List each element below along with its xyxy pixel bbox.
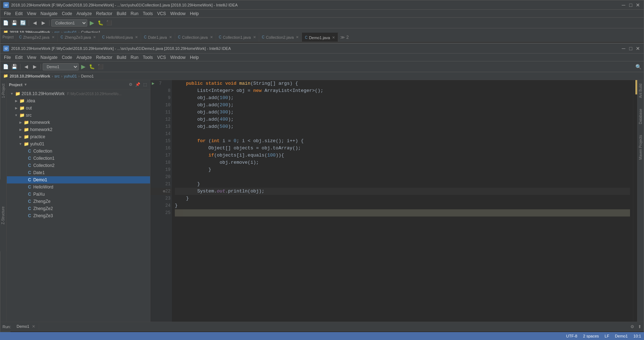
menu-code-2[interactable]: Code	[60, 54, 74, 61]
menu-refactor-1[interactable]: Refactor	[94, 10, 115, 17]
tree-idea[interactable]: ▶ 📁 .idea	[7, 97, 150, 104]
menu-navigate-1[interactable]: Navigate	[38, 10, 60, 17]
debug-btn-1[interactable]: 🐛	[97, 19, 104, 27]
close-date1[interactable]: ✕	[169, 35, 172, 39]
close-coll1[interactable]: ✕	[253, 35, 256, 39]
menu-build-2[interactable]: Build	[115, 54, 129, 61]
close-run-tab[interactable]: ✕	[32, 324, 35, 329]
toolbar-new-2[interactable]: 📄	[2, 63, 10, 71]
tabs-overflow[interactable]: ≫ 2	[338, 33, 351, 42]
menu-run-1[interactable]: Run	[129, 10, 141, 17]
minimize-btn-2[interactable]: ─	[621, 46, 626, 51]
close-zz2[interactable]: ✕	[52, 35, 55, 39]
status-lf[interactable]: LF	[605, 334, 609, 338]
menu-tools-2[interactable]: Tools	[141, 54, 155, 61]
minimize-btn-1[interactable]: ─	[621, 2, 626, 8]
tree-helloword[interactable]: ▶ C HelloWord	[7, 183, 150, 191]
tree-practice[interactable]: ▶ 📁 practice	[7, 133, 150, 140]
toolbar-fwd-1[interactable]: ▶	[39, 19, 47, 27]
run-tab-demo1[interactable]: Demo1 ✕	[13, 323, 39, 330]
menu-vcs-1[interactable]: VCS	[155, 10, 168, 17]
run-config-combo-2[interactable]: Demo1	[43, 63, 79, 70]
stop-btn-2[interactable]: ⬛	[97, 63, 104, 71]
bc-src-2[interactable]: src	[55, 74, 60, 78]
database-label[interactable]: Database	[639, 109, 643, 124]
tree-demo1[interactable]: ▶ C Demo1	[7, 176, 150, 183]
tree-homework[interactable]: ▶ 📁 homework	[7, 119, 150, 126]
run-close-btn[interactable]: ⬆	[638, 324, 641, 329]
menu-vcs-2[interactable]: VCS	[155, 54, 168, 61]
tree-zhengze[interactable]: ▶ C ZhengZe	[7, 198, 150, 205]
close-demo1[interactable]: ✕	[332, 36, 335, 39]
menu-code-1[interactable]: Code	[60, 10, 74, 17]
panel-dropdown[interactable]: ▼	[24, 83, 27, 87]
status-position[interactable]: 10:1	[634, 334, 641, 338]
toolbar-new-1[interactable]: 📄	[2, 19, 10, 27]
tree-root[interactable]: ▼ 📁 2018.10.29HomeWork F:\MyCode\2018.10…	[7, 90, 150, 97]
status-indent[interactable]: 2 spaces	[583, 334, 599, 338]
run-config-combo-1[interactable]: Collection1	[51, 19, 87, 27]
tree-collection2[interactable]: ▶ C Collection2	[7, 162, 150, 169]
bc-package-2[interactable]: yuhu01	[64, 74, 77, 78]
toolbar-save-2[interactable]: 💾	[10, 63, 18, 71]
menu-edit-1[interactable]: Edit	[13, 10, 25, 17]
maximize-btn-1[interactable]: □	[628, 2, 634, 8]
tab-coll1[interactable]: C Collection1.java ✕	[216, 33, 259, 42]
tab-coll[interactable]: C Collection.java ✕	[175, 33, 216, 42]
tab-date1[interactable]: C Date1.java ✕	[141, 33, 175, 42]
tree-collection1[interactable]: ▶ C Collection1	[7, 155, 150, 162]
tree-paixu[interactable]: ▶ C PaiXu	[7, 191, 150, 198]
menu-refactor-2[interactable]: Refactor	[94, 54, 115, 61]
status-class[interactable]: Demo1	[615, 334, 627, 338]
panel-settings[interactable]: ⚙	[128, 82, 134, 87]
project-strip-label[interactable]: 1-Project	[1, 84, 5, 98]
close-coll2[interactable]: ✕	[296, 35, 299, 39]
tree-date1[interactable]: ▶ C Date1	[7, 169, 150, 176]
bc-project-2[interactable]: 2018.10.29HomeWork	[10, 74, 50, 78]
bc-file-2[interactable]: Demo1	[81, 74, 94, 78]
menu-window-2[interactable]: Window	[168, 54, 188, 61]
toolbar-back-1[interactable]: ◀	[31, 19, 39, 27]
fold-icon-22[interactable]: ⊖	[163, 188, 165, 195]
toolbar-save-1[interactable]: 💾	[10, 19, 18, 27]
menu-file-1[interactable]: File	[2, 10, 13, 17]
status-encoding[interactable]: UTF-8	[566, 334, 577, 338]
close-btn-2[interactable]: ✕	[635, 46, 641, 51]
tab-demo1[interactable]: C Demo1.java ✕	[302, 33, 338, 42]
close-coll[interactable]: ✕	[210, 35, 213, 39]
menu-build-1[interactable]: Build	[115, 10, 129, 17]
tree-zhengze3[interactable]: ▶ C ZhengZe3	[7, 212, 150, 219]
menu-view-2[interactable]: View	[25, 54, 38, 61]
code-area[interactable]: ▶ 7 8 9 10 11 12 13 14 15 16 17 18 19 20	[150, 80, 637, 322]
menu-view-1[interactable]: View	[25, 10, 38, 17]
menu-help-1[interactable]: Help	[188, 10, 201, 17]
debug-btn-2[interactable]: 🐛	[88, 63, 96, 71]
close-zz3[interactable]: ✕	[93, 35, 96, 39]
panel-pin[interactable]: 📌	[134, 82, 141, 87]
maven-label[interactable]: Maven Projects	[639, 135, 643, 160]
panel-expand[interactable]: ⬚	[142, 82, 148, 87]
run-arrow-icon[interactable]: ▶	[152, 80, 154, 87]
menu-navigate-2[interactable]: Navigate	[38, 54, 60, 61]
maximize-btn-2[interactable]: □	[628, 46, 634, 51]
menu-run-2[interactable]: Run	[129, 54, 141, 61]
toolbar-fwd-2[interactable]: ▶	[31, 63, 39, 71]
menu-help-2[interactable]: Help	[188, 54, 201, 61]
z-structure-label[interactable]: Z-Structure	[1, 206, 5, 224]
menu-edit-2[interactable]: Edit	[13, 54, 25, 61]
tree-collection[interactable]: ▶ C Collection	[7, 148, 150, 155]
tab-hw[interactable]: C HelloWord.java ✕	[99, 33, 141, 42]
tree-src[interactable]: ▼ 📁 src	[7, 112, 150, 119]
code-content[interactable]: public static void main(String[] args) {…	[172, 80, 633, 322]
stop-btn-1[interactable]: ⬛	[105, 19, 113, 27]
close-btn-1[interactable]: ✕	[635, 2, 641, 8]
tree-out[interactable]: ▶ 📁 out	[7, 104, 150, 112]
menu-analyze-2[interactable]: Analyze	[74, 54, 94, 61]
run-settings-btn[interactable]: ⚙	[630, 324, 634, 329]
search-everywhere[interactable]: 🔍	[634, 63, 642, 71]
scrollbar-track[interactable]	[633, 80, 637, 322]
tab-zz2[interactable]: C ZhengZe2.java ✕	[16, 33, 58, 42]
tab-project-1[interactable]: Project	[0, 33, 16, 42]
run-btn-2[interactable]: ▶	[79, 63, 87, 71]
menu-file-2[interactable]: File	[2, 54, 13, 61]
